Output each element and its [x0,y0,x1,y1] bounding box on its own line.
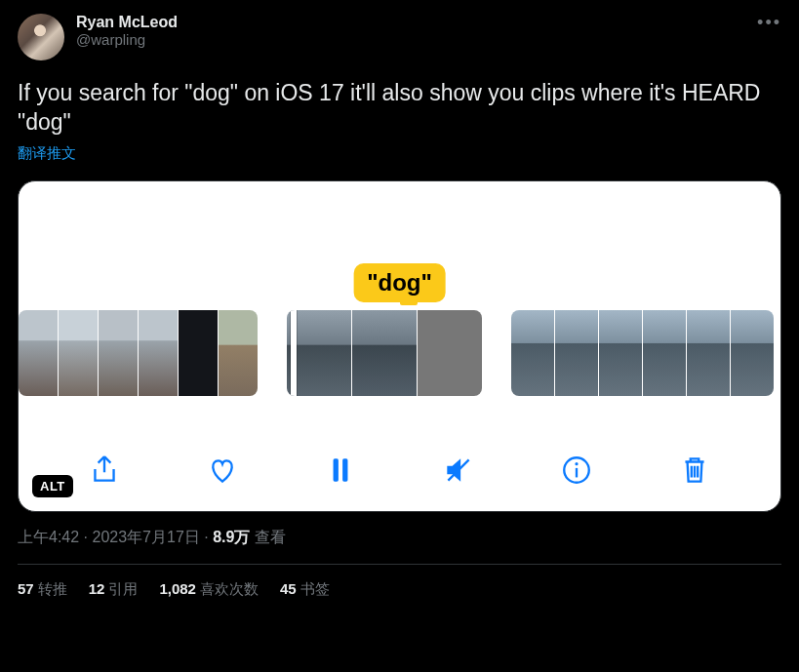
meta-views-label: 查看 [250,529,285,545]
thumbnail [219,310,258,396]
clip-group-3 [511,310,774,396]
tweet-meta: 上午4:42 · 2023年7月17日 · 8.9万 查看 [18,528,781,548]
heart-icon[interactable] [203,451,242,490]
more-icon[interactable]: ••• [757,14,781,31]
media-card[interactable]: "dog" [18,180,781,512]
media-controls [19,451,780,490]
author-display-name: Ryan McLeod [76,14,178,31]
thumbnail [511,310,554,396]
caption-cursor [400,299,418,305]
thumbnail [687,310,730,396]
thumbnail [139,310,178,396]
svg-point-4 [575,462,578,465]
thumbnail [352,310,417,396]
thumbnail [599,310,642,396]
translate-link[interactable]: 翻译推文 [18,144,781,163]
tweet-stats: 57转推 12引用 1,082喜欢次数 45书签 [18,565,781,599]
meta-time[interactable]: 上午4:42 [18,529,79,545]
thumbnail [731,310,774,396]
author-names[interactable]: Ryan McLeod @warpling [76,14,178,48]
tweet-header: Ryan McLeod @warpling ••• [18,14,781,60]
svg-rect-0 [334,458,339,481]
clip-group-1 [19,310,258,396]
thumbnail [59,310,98,396]
author-handle: @warpling [76,31,178,48]
meta-date[interactable]: 2023年7月17日 [92,529,199,545]
info-icon[interactable] [557,451,596,490]
thumbnail [99,310,138,396]
thumbnail [418,310,482,396]
svg-rect-1 [342,458,347,481]
timeline-strip [19,310,780,396]
alt-badge[interactable]: ALT [32,475,73,497]
thumbnail [19,310,58,396]
avatar[interactable] [18,14,64,60]
share-icon[interactable] [85,451,124,490]
tweet-container: Ryan McLeod @warpling ••• If you search … [0,0,799,613]
stat-quotes[interactable]: 12引用 [89,580,139,599]
stat-likes[interactable]: 1,082喜欢次数 [159,580,259,599]
stat-retweets[interactable]: 57转推 [18,580,67,599]
mute-icon[interactable] [439,451,478,490]
meta-views-count: 8.9万 [213,529,250,545]
stat-bookmarks[interactable]: 45书签 [280,580,330,599]
tweet-text: If you search for "dog" on iOS 17 it'll … [18,78,781,137]
caption-bubble: "dog" [353,263,446,302]
playhead[interactable] [291,310,297,396]
pause-icon[interactable] [321,451,360,490]
clip-group-2 [287,310,482,396]
thumbnail [179,310,218,396]
thumbnail [643,310,686,396]
thumbnail [555,310,598,396]
trash-icon[interactable] [675,451,714,490]
